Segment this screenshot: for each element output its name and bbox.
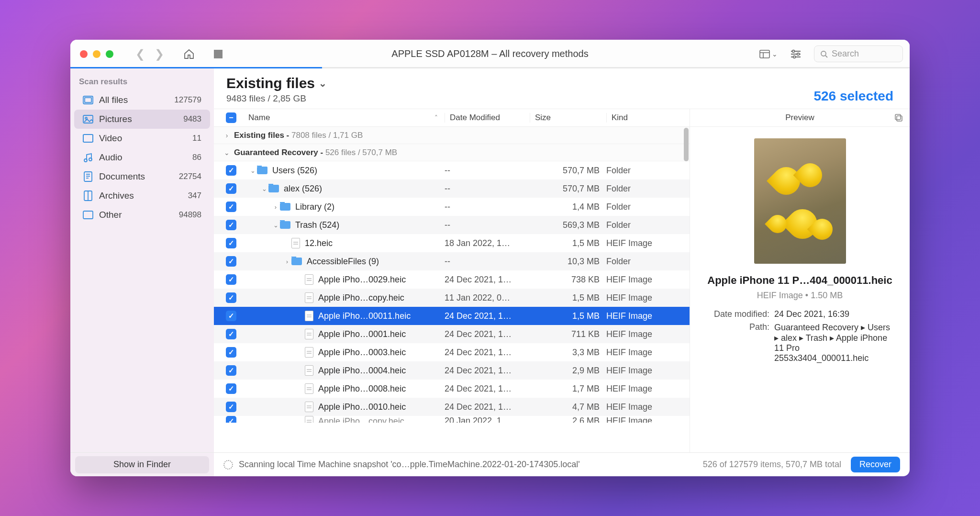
row-checkbox[interactable]: ✓ [226, 383, 236, 394]
column-kind[interactable]: Kind [606, 113, 690, 123]
file-date: 11 Jan 2022, 0… [445, 293, 530, 303]
disclosure-triangle-icon[interactable]: ⌄ [260, 185, 268, 192]
sidebar-item-video[interactable]: Video 11 [74, 129, 210, 148]
copy-path-button[interactable] [894, 113, 903, 122]
list-section-header[interactable]: ⌄ Guaranteed Recovery - 526 files / 570,… [214, 144, 690, 161]
selected-count[interactable]: 526 selected [813, 89, 897, 104]
file-row[interactable]: ✓ Apple iPho…00011.heic 24 Dec 2021, 1… … [214, 307, 690, 325]
file-size: 2,9 MB [530, 366, 606, 376]
file-row[interactable]: ✓ 12.heic 18 Jan 2022, 1… 1,5 MB HEIF Im… [214, 234, 690, 252]
scrollbar-thumb[interactable] [684, 128, 689, 161]
row-checkbox[interactable]: ✓ [226, 183, 236, 194]
svg-rect-26 [84, 172, 92, 181]
folder-row[interactable]: ✓ › Library (2) -- 1,4 MB Folder [214, 198, 690, 216]
file-row[interactable]: ✓ Apple iPho…0003.heic 24 Dec 2021, 1… 3… [214, 343, 690, 361]
disclosure-triangle-icon[interactable]: › [271, 203, 280, 211]
row-checkbox[interactable]: ✓ [226, 292, 236, 303]
show-in-finder-button[interactable]: Show in Finder [75, 456, 209, 473]
file-date: -- [445, 166, 530, 176]
row-checkbox[interactable]: ✓ [226, 329, 236, 339]
row-checkbox[interactable]: ✓ [226, 365, 236, 376]
preview-thumbnail[interactable] [754, 138, 846, 264]
file-size: 1,7 MB [530, 384, 606, 394]
file-row[interactable]: ✓ Apple iPho…0029.heic 24 Dec 2021, 1… 7… [214, 270, 690, 289]
disclosure-triangle-icon[interactable]: ⌄ [271, 222, 280, 229]
file-row[interactable]: ✓ Apple iPho…0010.heic 24 Dec 2021, 1… 4… [214, 398, 690, 416]
close-window-button[interactable] [80, 50, 88, 58]
sidebar-item-archives[interactable]: Archives 347 [74, 186, 210, 205]
row-checkbox[interactable]: ✓ [226, 202, 236, 212]
row-checkbox[interactable]: ✓ [226, 274, 236, 285]
filter-button[interactable] [790, 49, 802, 59]
row-checkbox[interactable]: ✓ [226, 165, 236, 176]
row-checkbox[interactable]: ✓ [226, 402, 236, 412]
column-date[interactable]: Date Modified [445, 113, 530, 123]
file-size: 569,3 MB [530, 220, 606, 230]
category-icon [83, 133, 93, 144]
svg-rect-0 [760, 50, 769, 58]
nav-back-button[interactable]: ❮ [135, 47, 145, 61]
category-title-dropdown[interactable]: Existing files ⌄ [226, 75, 327, 91]
row-checkbox[interactable]: ✓ [226, 347, 236, 358]
select-all-checkbox[interactable]: − [226, 112, 236, 123]
table-header: − Name˄ Date Modified Size Kind [214, 109, 690, 127]
file-row[interactable]: ✓ Apple iPho…0001.heic 24 Dec 2021, 1… 7… [214, 325, 690, 343]
file-list[interactable]: › Existing files - 7808 files / 1,71 GB⌄… [214, 127, 690, 452]
disclosure-triangle-icon[interactable]: › [283, 258, 291, 265]
sidebar-item-pictures[interactable]: Pictures 9483 [74, 110, 210, 129]
sidebar-item-documents[interactable]: Documents 22754 [74, 167, 210, 186]
sidebar-item-label: Other [99, 210, 122, 220]
file-icon [305, 311, 313, 321]
sidebar-item-other[interactable]: Other 94898 [74, 205, 210, 224]
column-name[interactable]: Name˄ [248, 113, 445, 123]
minimize-window-button[interactable] [93, 50, 100, 58]
selection-summary: 526 of 127579 items, 570,7 MB total [703, 460, 841, 470]
sidebar-item-count: 11 [192, 134, 201, 143]
sidebar-item-audio[interactable]: Audio 86 [74, 148, 210, 167]
row-checkbox[interactable]: ✓ [226, 220, 236, 230]
svg-point-9 [821, 51, 826, 56]
folder-icon [280, 221, 290, 229]
search-icon [820, 50, 828, 58]
file-icon [305, 274, 313, 285]
disclosure-triangle-icon[interactable]: ⌄ [248, 167, 257, 174]
file-kind: Folder [606, 202, 690, 212]
file-date: 24 Dec 2021, 1… [445, 329, 530, 339]
file-size: 1,5 MB [530, 293, 606, 303]
file-icon [305, 402, 313, 412]
preview-date-value: 24 Dec 2021, 16:39 [774, 309, 895, 319]
file-date: -- [445, 184, 530, 194]
row-checkbox[interactable]: ✓ [226, 256, 236, 267]
sort-indicator-icon: ˄ [434, 114, 438, 122]
view-mode-button[interactable]: ⌄ [759, 50, 778, 58]
column-size[interactable]: Size [530, 113, 606, 123]
file-row[interactable]: ✓ Apple iPho…0008.heic 24 Dec 2021, 1… 1… [214, 380, 690, 398]
folder-row[interactable]: ✓ › AccessibleFiles (9) -- 10,3 MB Folde… [214, 252, 690, 270]
folder-row[interactable]: ✓ ⌄ Users (526) -- 570,7 MB Folder [214, 161, 690, 179]
file-icon [305, 365, 313, 376]
stop-scan-button[interactable] [214, 50, 223, 58]
preview-filename: Apple iPhone 11 P…404_000011.heic [704, 274, 895, 287]
search-input[interactable]: Search [814, 45, 903, 62]
list-section-header[interactable]: › Existing files - 7808 files / 1,71 GB [214, 127, 690, 144]
preview-path-value: Guaranteed Recovery ▸ Users ▸ alex ▸ Tra… [774, 322, 895, 363]
file-size: 1,5 MB [530, 238, 606, 248]
file-row[interactable]: ✓ Apple iPho…0004.heic 24 Dec 2021, 1… 2… [214, 361, 690, 380]
svg-rect-33 [897, 116, 902, 121]
file-row[interactable]: ✓ Apple iPho…copy.heic 11 Jan 2022, 0… 1… [214, 289, 690, 307]
row-checkbox[interactable]: ✓ [226, 238, 236, 248]
fullscreen-window-button[interactable] [106, 50, 113, 58]
disclosure-triangle-icon[interactable]: › [223, 132, 231, 139]
disclosure-triangle-icon[interactable]: ⌄ [223, 149, 231, 157]
file-date: 24 Dec 2021, 1… [445, 366, 530, 376]
folder-row[interactable]: ✓ ⌄ alex (526) -- 570,7 MB Folder [214, 179, 690, 198]
file-size: 570,7 MB [530, 166, 606, 176]
sidebar-item-all-files[interactable]: All files 127579 [74, 90, 210, 110]
folder-row[interactable]: ✓ ⌄ Trash (524) -- 569,3 MB Folder [214, 216, 690, 234]
row-checkbox[interactable]: ✓ [226, 416, 236, 423]
row-checkbox[interactable]: ✓ [226, 311, 236, 321]
folder-icon [257, 167, 267, 174]
nav-forward-button[interactable]: ❯ [155, 47, 164, 61]
home-button[interactable] [183, 48, 195, 60]
recover-button[interactable]: Recover [851, 457, 900, 472]
